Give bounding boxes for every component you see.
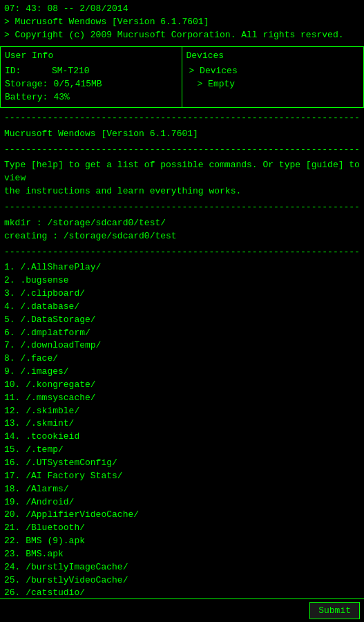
mkdir-cmd: mkdir : /storage/sdcard0/test/ [4,217,360,230]
list-item: 17. /AI Factory Stats/ [4,470,360,483]
user-info-column: User Info ID: SM-T210 Storage: 0/5,415MB… [1,47,182,107]
divider1: ----------------------------------------… [0,111,364,126]
list-item: 13. /.skmint/ [4,417,360,431]
list-item: 21. /Bluetooth/ [4,522,360,535]
header-section: 07: 43: 08 -- 2/08/2014 > Mucrusoft Wend… [0,0,364,44]
user-info-title: User Info [5,50,178,63]
help-section: Type [help] to get a list of possible co… [0,158,364,200]
bottom-bar: Submit [0,599,364,622]
devices-section: > Devices > Empty [186,65,360,91]
devices-link[interactable]: > Devices [189,65,360,78]
commands-section: mkdir : /storage/sdcard0/test/ creating … [0,216,364,245]
list-item: 23. BMS.apk [4,548,360,561]
list-item: 10. /.kongregate/ [4,379,360,392]
list-item: 25. /burstlyVideoCache/ [4,574,360,587]
storage-label: Storage: [5,78,48,91]
list-item: 24. /burstlyImageCache/ [4,561,360,574]
battery-label: Battery: [5,91,48,104]
datetime-line: 07: 43: 08 -- 2/08/2014 [4,3,360,16]
devices-title: Devices [186,50,360,63]
terminal-window: 07: 43: 08 -- 2/08/2014 > Mucrusoft Wend… [0,0,364,622]
help-text-line1: Type [help] to get a list of possible co… [4,159,360,185]
terminal-title-section: Mucrusoft Wendows [Version 6.1.7601] [0,126,364,142]
list-item: 12. /.skimble/ [4,405,360,418]
divider-line-1: ----------------------------------------… [4,112,360,125]
list-item: 1. /.AllSharePlay/ [4,261,360,274]
divider-line-4: ----------------------------------------… [4,246,360,259]
list-item: 7. /.downloadTemp/ [4,339,360,352]
list-item: 2. .bugsense [4,274,360,288]
divider-line-2: ----------------------------------------… [4,144,360,157]
list-item: 20. /ApplifierVideoCache/ [4,509,360,522]
divider4: ----------------------------------------… [0,245,364,261]
devices-column: Devices > Devices > Empty [182,47,364,107]
info-table: User Info ID: SM-T210 Storage: 0/5,415MB… [0,46,364,108]
list-item: 18. /Alarms/ [4,483,360,496]
version-line2: > Copyright (c) 2009 Mucrusoft Corporati… [4,29,360,42]
list-item: 5. /.DataStorage/ [4,314,360,327]
list-item: 6. /.dmplatform/ [4,327,360,340]
storage-value: 0/5,415MB [53,78,102,91]
submit-button[interactable]: Submit [309,602,360,619]
devices-empty: > Empty [189,78,360,91]
list-item: 3. /.clipboard/ [4,288,360,301]
list-item: 19. /Android/ [4,496,360,509]
id-label: ID: [5,65,46,78]
list-item: 14. .tcookieid [4,431,360,444]
battery-row: Battery: 43% [5,91,178,104]
list-item: 15. /.temp/ [4,444,360,457]
id-value: SM-T210 [52,65,90,78]
list-item: 22. BMS (9).apk [4,535,360,548]
user-id-row: ID: SM-T210 [5,65,178,78]
divider-line-3: ----------------------------------------… [4,201,360,214]
list-item: 16. /.UTSystemConfig/ [4,457,360,470]
creating-cmd: creating : /storage/sdcard0/test [4,230,360,243]
list-item: 9. /.images/ [4,366,360,379]
help-text-line2: the instructions and learn everything wo… [4,185,360,198]
divider3: ----------------------------------------… [0,200,364,216]
list-item: 8. /.face/ [4,352,360,366]
list-item: 11. /.mmsyscache/ [4,392,360,405]
terminal-title-line: Mucrusoft Wendows [Version 6.1.7601] [4,128,360,141]
storage-row: Storage: 0/5,415MB [5,78,178,91]
version-line1: > Mucrusoft Wendows [Version 6.1.7601] [4,16,360,29]
file-list: 1. /.AllSharePlay/2. .bugsense3. /.clipb… [0,260,364,622]
battery-value: 43% [53,91,69,104]
list-item: 4. /.database/ [4,301,360,314]
divider2: ----------------------------------------… [0,142,364,158]
